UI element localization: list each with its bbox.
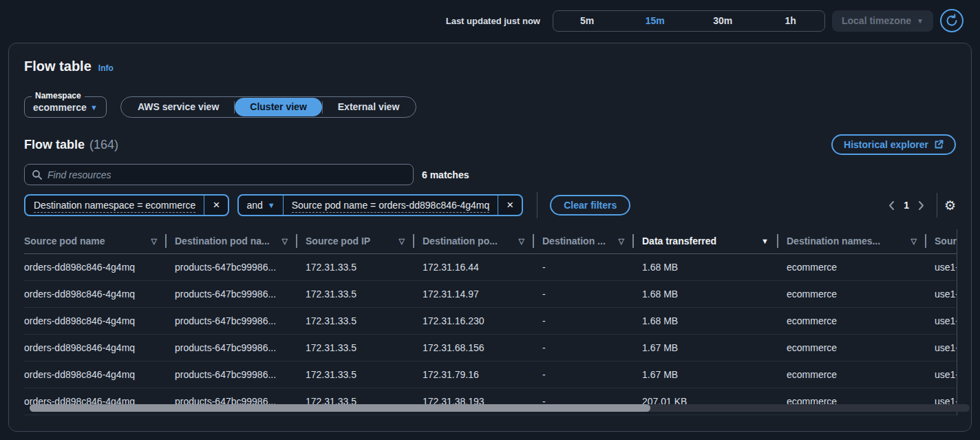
view-option-aws-service[interactable]: AWS service view <box>122 98 234 116</box>
column-header-label: Destination pod na... <box>175 235 270 247</box>
column-header-label: Destination ... <box>542 235 606 247</box>
last-updated-text: Last updated just now <box>446 16 540 26</box>
chevron-down-icon: ▼ <box>268 201 275 209</box>
table-cell: orders-dd898c846-4g4mq <box>24 307 167 334</box>
column-header-destination-pod-ip[interactable]: Destination po...▽ <box>414 229 534 253</box>
search-box <box>24 164 414 185</box>
column-header-source-pod-name[interactable]: Source pod name▽ <box>24 229 167 253</box>
filter-token-destination-namespace: Destination namespace = ecommerce × <box>24 194 229 216</box>
flow-table: Source pod name▽Destination pod na...▽So… <box>24 229 957 415</box>
table-cell: use1- <box>926 307 957 334</box>
column-header-destination[interactable]: Destination ...▽ <box>534 229 634 253</box>
column-header-label: Sour <box>935 235 957 247</box>
chevron-right-icon <box>917 200 925 211</box>
filter-caret-icon: ▽ <box>399 237 405 246</box>
table-cell: ecommerce <box>778 280 926 307</box>
historical-explorer-label: Historical explorer <box>844 139 928 150</box>
sort-descending-icon: ▼ <box>761 237 769 245</box>
table-row: orders-dd898c846-4g4mqproducts-647bc9998… <box>24 361 957 388</box>
scrollbar-thumb[interactable] <box>30 404 650 412</box>
table-cell: products-647bc99986... <box>167 361 297 388</box>
time-range-1h[interactable]: 1h <box>756 11 824 31</box>
top-bar: Last updated just now 5m 15m 30m 1h Loca… <box>0 0 980 41</box>
search-icon <box>32 169 42 180</box>
table-cell: orders-dd898c846-4g4mq <box>24 280 167 307</box>
table-cell: orders-dd898c846-4g4mq <box>24 253 167 280</box>
filter-caret-icon: ▽ <box>911 237 917 246</box>
table-cell: - <box>534 334 634 361</box>
table-cell: 1.68 MB <box>634 307 778 334</box>
table-cell: products-647bc99986... <box>167 253 297 280</box>
flow-table-panel: Flow table Info Namespace ecommerce ▼ AW… <box>8 43 972 432</box>
column-header-label: Destination po... <box>423 235 498 247</box>
table-cell: 1.68 MB <box>634 253 778 280</box>
table-cell: ecommerce <box>778 334 926 361</box>
close-icon[interactable]: × <box>498 196 522 215</box>
filter-operator-dropdown[interactable]: and ▼ <box>239 200 282 211</box>
table-cell: - <box>534 280 634 307</box>
column-header-label: Destination names... <box>787 235 880 247</box>
view-option-cluster[interactable]: Cluster view <box>235 98 321 116</box>
namespace-select[interactable]: Namespace ecommerce ▼ <box>24 96 107 118</box>
namespace-select-value: ecommerce <box>33 102 87 113</box>
horizontal-scrollbar[interactable] <box>30 404 970 412</box>
column-header-source-pod-ip[interactable]: Source pod IP▽ <box>297 229 414 253</box>
historical-explorer-button[interactable]: Historical explorer <box>831 134 956 155</box>
column-header-data-transferred[interactable]: Data transferred▼ <box>634 229 778 253</box>
table-cell: 172.31.16.44 <box>414 253 534 280</box>
column-header-destination-namespace[interactable]: Destination names...▽ <box>778 229 926 253</box>
close-icon[interactable]: × <box>204 196 228 215</box>
table-cell: - <box>534 361 634 388</box>
table-cell: ecommerce <box>778 307 926 334</box>
table-cell: 172.31.33.5 <box>297 253 414 280</box>
clear-filters-button[interactable]: Clear filters <box>550 195 630 216</box>
table-cell: orders-dd898c846-4g4mq <box>24 334 167 361</box>
table-cell: use1- <box>926 361 957 388</box>
namespace-select-label: Namespace <box>32 91 85 101</box>
view-segmented-control: AWS service view Cluster view External v… <box>120 96 416 118</box>
table-title: Flow table <box>24 138 85 152</box>
view-option-external[interactable]: External view <box>323 98 415 116</box>
table-cell: ecommerce <box>778 253 926 280</box>
info-link[interactable]: Info <box>98 63 114 73</box>
column-header-label: Source pod IP <box>306 235 370 247</box>
table-cell: 172.31.16.230 <box>414 307 534 334</box>
gear-icon[interactable]: ⚙ <box>944 199 956 212</box>
refresh-button[interactable] <box>940 9 963 32</box>
filter-caret-icon: ▽ <box>519 237 524 246</box>
table-cell: - <box>534 253 634 280</box>
table-cell: products-647bc99986... <box>167 280 297 307</box>
table-cell: 172.31.33.5 <box>297 307 414 334</box>
page-title: Flow table <box>24 59 92 74</box>
previous-page-button[interactable] <box>883 197 899 213</box>
table-cell: 172.31.33.5 <box>297 280 414 307</box>
column-header-destination-pod-name[interactable]: Destination pod na...▽ <box>167 229 297 253</box>
table-cell: products-647bc99986... <box>167 307 297 334</box>
timezone-label: Local timezone <box>842 15 911 26</box>
external-link-icon <box>934 140 944 149</box>
filter-token-text[interactable]: Destination namespace = ecommerce <box>25 200 204 211</box>
next-page-button[interactable] <box>913 197 930 213</box>
chevron-left-icon <box>888 200 895 211</box>
table-cell: ecommerce <box>778 361 926 388</box>
filter-operator-label: and <box>246 200 262 211</box>
page-number[interactable]: 1 <box>899 200 913 211</box>
table-cell: 172.31.33.5 <box>297 361 414 388</box>
time-range-15m[interactable]: 15m <box>621 11 689 31</box>
filter-caret-icon: ▽ <box>282 237 288 246</box>
flow-table-container: Source pod name▽Destination pod na...▽So… <box>24 229 957 415</box>
table-cell: - <box>534 307 634 334</box>
filter-token-text[interactable]: Source pod name = orders-dd898c846-4g4mq <box>284 200 498 211</box>
flow-table-header-row: Source pod name▽Destination pod na...▽So… <box>24 229 957 253</box>
filter-token-source-pod-name: and ▼ Source pod name = orders-dd898c846… <box>237 194 523 216</box>
table-cell: 1.67 MB <box>634 361 778 388</box>
time-range-30m[interactable]: 30m <box>689 11 757 31</box>
table-cell: 172.31.14.97 <box>414 280 534 307</box>
pagination: 1 ⚙ <box>883 193 956 218</box>
search-input[interactable] <box>47 169 406 180</box>
timezone-dropdown[interactable]: Local timezone ▼ <box>832 10 933 32</box>
filter-caret-icon: ▽ <box>151 237 157 246</box>
time-range-5m[interactable]: 5m <box>553 11 621 31</box>
column-header-source-clipped[interactable]: Sour <box>926 229 957 253</box>
vertical-divider <box>937 193 937 218</box>
